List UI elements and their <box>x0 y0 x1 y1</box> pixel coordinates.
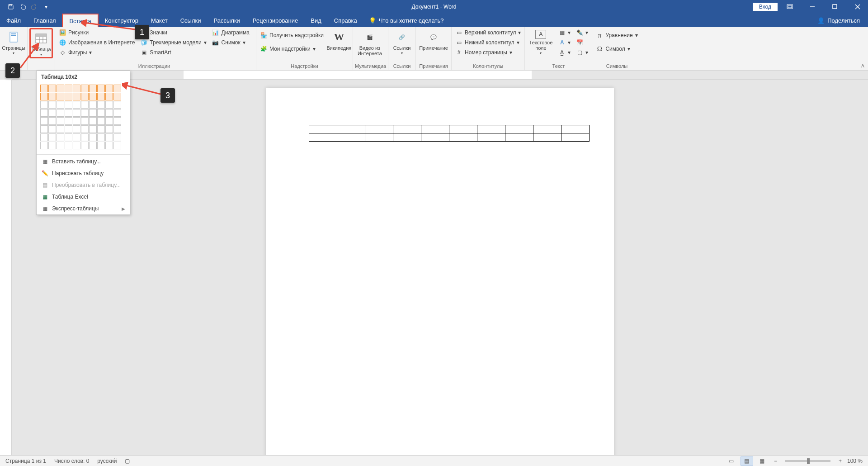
status-page[interactable]: Страница 1 из 1 <box>5 458 46 464</box>
table-grid-cell[interactable] <box>40 125 48 133</box>
table-grid-cell[interactable] <box>89 125 97 133</box>
table-grid-cell[interactable] <box>89 85 97 92</box>
tab-insert[interactable]: Вставка <box>62 14 98 27</box>
chart-button[interactable]: 📊Диаграмма <box>210 28 251 37</box>
tab-home[interactable]: Главная <box>27 14 62 27</box>
tab-review[interactable]: Рецензирование <box>246 14 304 27</box>
quick-tables-item[interactable]: ▦Экспресс-таблицы▶ <box>37 203 130 214</box>
tell-me-search[interactable]: 💡 Что вы хотите сделать? <box>369 14 444 27</box>
table-grid-cell[interactable] <box>57 117 64 125</box>
online-video-button[interactable]: 🎬 Видео из Интернета <box>355 28 385 56</box>
read-mode-button[interactable]: ▭ <box>725 456 738 466</box>
comment-button[interactable]: 💬 Примечание <box>418 28 449 51</box>
table-grid-cell[interactable] <box>65 125 72 133</box>
table-grid-cell[interactable] <box>97 101 105 109</box>
table-grid-cell[interactable] <box>48 109 56 117</box>
screenshot-button[interactable]: 📷Снимок▾ <box>210 38 251 47</box>
table-grid-cell[interactable] <box>57 133 64 141</box>
undo-icon[interactable] <box>17 1 28 12</box>
table-grid-cell[interactable] <box>73 117 80 125</box>
tab-references[interactable]: Ссылки <box>174 14 208 27</box>
wordart-button[interactable]: A▾ <box>557 38 572 47</box>
login-button[interactable]: Вход <box>753 3 778 11</box>
table-grid-cell[interactable] <box>97 109 105 117</box>
table-grid-cell[interactable] <box>113 109 121 117</box>
pages-button[interactable]: Страницы ▾ <box>2 28 25 56</box>
tab-layout[interactable]: Макет <box>145 14 174 27</box>
table-grid-cell[interactable] <box>105 93 113 100</box>
table-grid-cell[interactable] <box>57 85 64 92</box>
table-grid-cell[interactable] <box>113 125 121 133</box>
excel-table-item[interactable]: ▦Таблица Excel <box>37 191 130 203</box>
links-button[interactable]: 🔗 Ссылки ▾ <box>390 28 414 56</box>
table-grid-cell[interactable] <box>105 133 113 141</box>
table-grid-cell[interactable] <box>89 109 97 117</box>
table-grid-cell[interactable] <box>65 93 72 100</box>
table-grid-cell[interactable] <box>40 142 48 149</box>
table-grid-cell[interactable] <box>73 125 80 133</box>
table-grid-cell[interactable] <box>89 117 97 125</box>
online-pictures-button[interactable]: 🌐Изображения в Интернете <box>57 38 137 47</box>
my-addins-button[interactable]: 🧩Мои надстройки ▾ <box>258 44 326 53</box>
table-grid-cell[interactable] <box>65 109 72 117</box>
table-grid-cell[interactable] <box>48 85 56 92</box>
table-grid-cell[interactable] <box>97 117 105 125</box>
table-grid-cell[interactable] <box>65 101 72 109</box>
table-grid-cell[interactable] <box>105 85 113 92</box>
horizontal-ruler[interactable] <box>12 71 868 80</box>
table-grid-cell[interactable] <box>48 142 56 149</box>
pictures-button[interactable]: 🖼️Рисунки <box>57 28 137 37</box>
table-grid-cell[interactable] <box>81 125 89 133</box>
table-grid-cell[interactable] <box>65 142 72 149</box>
zoom-level[interactable]: 100 % <box>847 458 863 464</box>
vertical-ruler[interactable] <box>0 80 12 455</box>
status-word-count[interactable]: Число слов: 0 <box>54 458 89 464</box>
table-row[interactable] <box>309 125 590 133</box>
table-grid-cell[interactable] <box>97 125 105 133</box>
dropcap-button[interactable]: A̲▾ <box>557 48 572 57</box>
status-language[interactable]: русский <box>97 458 117 464</box>
shapes-button[interactable]: ◇Фигуры ▾ <box>57 48 137 57</box>
zoom-out-button[interactable]: − <box>771 458 780 464</box>
table-grid-cell[interactable] <box>48 117 56 125</box>
tab-mailings[interactable]: Рассылки <box>207 14 246 27</box>
redo-icon[interactable] <box>29 1 40 12</box>
table-grid-cell[interactable] <box>40 117 48 125</box>
wikipedia-button[interactable]: W Википедия <box>327 28 351 51</box>
table-grid-cell[interactable] <box>40 93 48 100</box>
table-grid-cell[interactable] <box>89 142 97 149</box>
zoom-slider[interactable] <box>785 460 830 462</box>
header-button[interactable]: ▭Верхний колонтитул ▾ <box>453 28 523 37</box>
minimize-button[interactable] <box>802 0 823 14</box>
web-layout-button[interactable]: ▦ <box>756 456 769 466</box>
table-grid-cell[interactable] <box>65 85 72 92</box>
page-number-button[interactable]: #Номер страницы ▾ <box>453 48 523 57</box>
table-grid-cell[interactable] <box>40 109 48 117</box>
table-grid-cell[interactable] <box>81 101 89 109</box>
table-grid-cell[interactable] <box>57 101 64 109</box>
table-row[interactable] <box>309 133 590 142</box>
table-grid-cell[interactable] <box>57 142 64 149</box>
object-button[interactable]: ▢▾ <box>574 48 590 57</box>
table-grid-cell[interactable] <box>97 142 105 149</box>
table-grid-cell[interactable] <box>48 125 56 133</box>
table-grid-cell[interactable] <box>81 93 89 100</box>
text-box-button[interactable]: A Текстовое поле ▾ <box>527 28 555 56</box>
table-grid-cell[interactable] <box>48 101 56 109</box>
table-grid-cell[interactable] <box>113 142 121 149</box>
footer-button[interactable]: ▭Нижний колонтитул ▾ <box>453 38 523 47</box>
table-grid-cell[interactable] <box>81 133 89 141</box>
table-button[interactable]: Таблица ▾ <box>29 28 53 58</box>
table-grid-cell[interactable] <box>40 133 48 141</box>
insert-table-item[interactable]: ▦Вставить таблицу... <box>37 156 130 167</box>
table-grid-cell[interactable] <box>73 85 80 92</box>
table-grid-cell[interactable] <box>81 85 89 92</box>
table-grid-cell[interactable] <box>105 109 113 117</box>
table-grid-cell[interactable] <box>73 142 80 149</box>
table-grid-cell[interactable] <box>57 109 64 117</box>
table-grid-cell[interactable] <box>40 101 48 109</box>
macro-record-icon[interactable]: ▢ <box>125 458 130 464</box>
table-grid-cell[interactable] <box>105 125 113 133</box>
table-grid-cell[interactable] <box>113 133 121 141</box>
table-grid-cell[interactable] <box>65 133 72 141</box>
